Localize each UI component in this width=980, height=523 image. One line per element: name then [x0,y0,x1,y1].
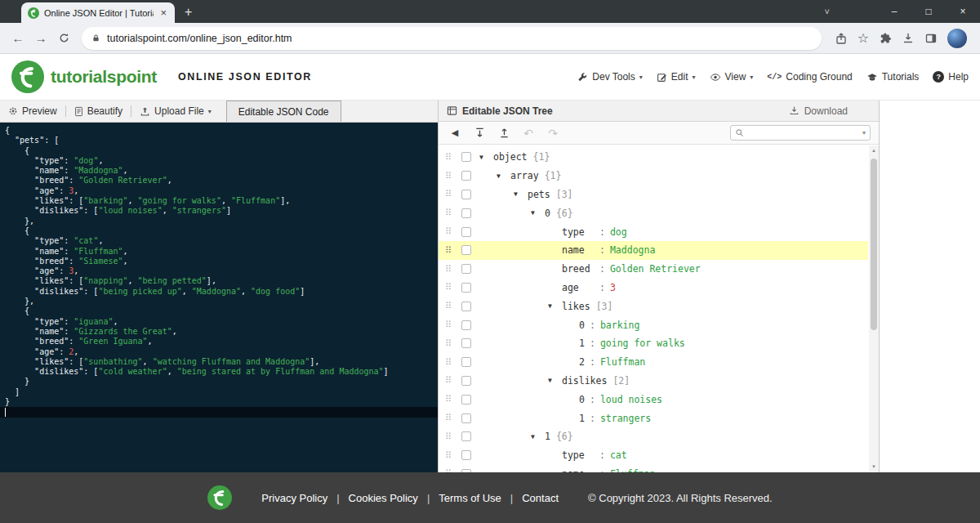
download-button[interactable]: Download [789,105,848,117]
tree-value[interactable]: 3 [610,282,616,293]
tree-key[interactable]: 1 [579,337,585,349]
collapse-all-button[interactable] [496,125,512,141]
tree-row[interactable]: ⠿▼pets[3] [439,186,868,204]
tree-value[interactable]: Golden Retriever [610,263,701,275]
footer-link[interactable]: Cookies Policy [349,492,418,504]
chevron-down-icon[interactable]: ▼ [479,154,493,161]
tree-row[interactable]: ⠿▼1{6} [439,427,868,446]
footer-link[interactable]: Contact [522,492,559,504]
tree-key[interactable]: type [562,226,595,238]
tree-value[interactable]: barking [600,320,639,331]
row-checkbox[interactable] [461,431,471,441]
tree-row[interactable]: ⠿▼dislikes[2] [439,372,868,391]
chevron-down-icon[interactable]: ▼ [497,172,510,180]
tab-editable-json-code[interactable]: Editable JSON Code [226,101,341,122]
menu-edit[interactable]: Edit ▾ [657,71,696,83]
row-checkbox[interactable] [461,283,471,293]
row-checkbox[interactable] [461,338,471,348]
row-checkbox[interactable] [461,357,471,367]
browser-tab[interactable]: Online JSON Editor | Tutorialspoi × [21,2,175,23]
menu-view[interactable]: View ▾ [710,71,754,83]
menu-tutorials[interactable]: Tutorials [866,71,920,83]
scroll-down-icon[interactable]: ▼ [869,462,879,472]
profile-avatar[interactable] [947,29,967,48]
tree-row[interactable]: ⠿1:strangers [439,409,868,427]
side-panel-icon[interactable] [924,32,938,45]
upload-file-button[interactable]: Upload File ▾ [131,101,220,122]
extensions-icon[interactable] [879,32,892,45]
tree-key[interactable]: name [562,244,595,256]
drag-handle-icon[interactable]: ⠿ [445,171,457,181]
redo-button[interactable]: ↷ [545,125,561,141]
drag-handle-icon[interactable]: ⠿ [445,245,457,256]
expand-all-button[interactable] [471,125,488,141]
tree-key[interactable]: dislikes [562,375,607,387]
tree-value[interactable]: dog [610,226,627,238]
row-checkbox[interactable] [461,152,471,162]
bookmark-star-icon[interactable]: ☆ [858,30,869,46]
tree-row[interactable]: ⠿▼array{1} [439,167,868,186]
tree-row[interactable]: ⠿type:dog [439,222,868,241]
tree-key[interactable]: 0 [579,320,585,331]
search-caret-icon[interactable]: ▾ [862,129,866,136]
drag-handle-icon[interactable]: ⠿ [445,394,457,405]
scrollbar-thumb[interactable] [871,159,877,330]
forward-button[interactable]: → [29,27,52,50]
drag-handle-icon[interactable]: ⠿ [445,282,457,293]
tree-key[interactable]: 2 [579,356,585,368]
row-checkbox[interactable] [461,245,471,255]
window-close-button[interactable]: × [946,0,980,23]
tree-key[interactable]: 1 [545,431,550,442]
row-checkbox[interactable] [461,264,471,274]
tree-row[interactable]: ⠿▼likes[3] [439,297,868,315]
reload-button[interactable] [52,27,75,50]
row-checkbox[interactable] [461,190,471,199]
footer-link[interactable]: Privacy Policy [261,492,327,504]
undo-button[interactable]: ↶ [520,125,537,141]
code-editor[interactable]: { "pets": [ { "type": "dog", "name": "Ma… [0,123,438,472]
row-checkbox[interactable] [461,413,471,423]
tree-search-input[interactable] [748,128,858,138]
tutorialspoint-logo[interactable]: tutorialspoint [11,60,157,93]
tree-key[interactable]: type [562,449,595,461]
tree-row[interactable]: ⠿1:going for walks [439,334,868,353]
chevron-down-icon[interactable]: ▼ [531,209,545,217]
menu-dev-tools[interactable]: Dev Tools ▾ [577,71,643,83]
tree-key[interactable]: breed [562,263,595,275]
chevron-down-icon[interactable]: ▼ [531,433,545,440]
tree-row[interactable]: ⠿▼0{6} [439,203,868,222]
tree-row[interactable]: ⠿name:Fluffman [439,465,868,472]
row-checkbox[interactable] [461,450,471,460]
menu-coding-ground[interactable]: </> Coding Ground [767,71,852,83]
drag-handle-icon[interactable]: ⠿ [445,413,457,423]
tree-value[interactable]: strangers [600,413,651,424]
drag-handle-icon[interactable]: ⠿ [445,264,457,275]
tree-search-box[interactable]: ▾ [730,125,871,141]
scrollbar[interactable]: ▲ ▼ [869,145,879,472]
drag-handle-icon[interactable]: ⠿ [445,320,457,330]
drag-handle-icon[interactable]: ⠿ [445,208,457,218]
row-checkbox[interactable] [461,302,471,311]
tree-value[interactable]: cat [610,449,627,461]
maximize-button[interactable]: □ [911,0,946,23]
drag-handle-icon[interactable]: ⠿ [445,357,457,368]
tree-row[interactable]: ⠿0:barking [439,315,868,334]
drag-handle-icon[interactable]: ⠿ [445,375,457,386]
row-checkbox[interactable] [461,227,471,237]
tree-key[interactable]: array [510,170,539,181]
beautify-button[interactable]: Beautify [66,101,131,122]
drag-handle-icon[interactable]: ⠿ [445,338,457,349]
tree-row[interactable]: ⠿▼object{1} [439,148,868,167]
tab-close-icon[interactable]: × [158,7,168,18]
tree-row[interactable]: ⠿breed:Golden Retriever [439,260,868,279]
scroll-up-icon[interactable]: ▲ [869,145,879,155]
tree-row[interactable]: ⠿2:Fluffman [439,353,868,372]
drag-handle-icon[interactable]: ⠿ [445,431,457,442]
tree-row[interactable]: ⠿0:loud noises [439,390,868,409]
row-checkbox[interactable] [461,376,471,386]
row-checkbox[interactable] [461,171,471,181]
tree-row[interactable]: ⠿type:cat [439,446,868,465]
tree-value[interactable]: going for walks [600,337,685,349]
tree-key[interactable]: object [493,151,528,163]
preview-button[interactable]: Preview [0,101,65,122]
